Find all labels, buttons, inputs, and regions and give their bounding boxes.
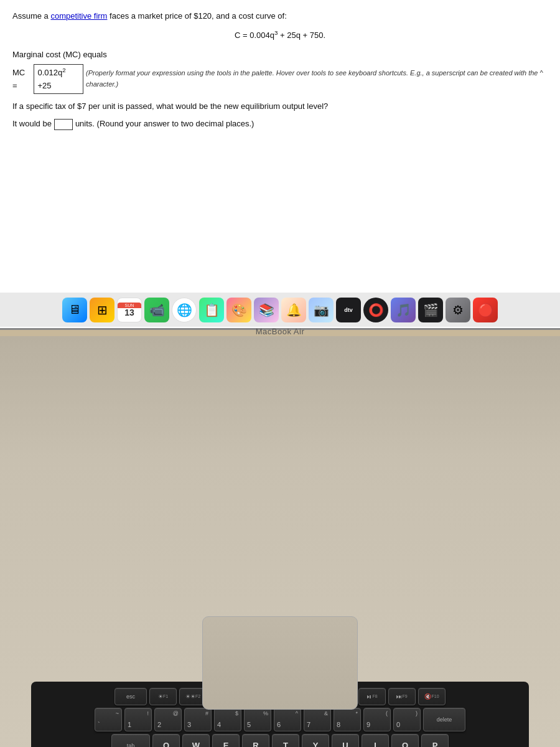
key-5[interactable]: %5 xyxy=(244,708,271,731)
dock-app8[interactable]: 🎬 xyxy=(418,298,443,322)
tax-question: If a specific tax of $7 per unit is pass… xyxy=(12,100,548,113)
key-y[interactable]: Y xyxy=(302,734,329,747)
key-tab[interactable]: tab xyxy=(111,734,150,747)
cost-equation: C = 0.004q3 + 25q + 750. xyxy=(12,28,548,42)
key-8[interactable]: *8 xyxy=(334,708,361,731)
mc-prefix: MC = xyxy=(12,67,31,93)
key-2[interactable]: @2 xyxy=(154,708,182,731)
key-9[interactable]: (9 xyxy=(363,708,391,731)
key-0[interactable]: )0 xyxy=(393,708,421,731)
dock-apple-tv[interactable]: dtv xyxy=(336,298,361,322)
dock-app5[interactable]: 📷 xyxy=(309,298,334,322)
answer-prefix: It would be xyxy=(12,118,52,131)
key-t[interactable]: T xyxy=(272,734,299,747)
dock-app4[interactable]: 🔔 xyxy=(281,298,306,322)
key-3[interactable]: #3 xyxy=(184,708,212,731)
key-delete[interactable]: delete xyxy=(423,708,465,731)
key-esc[interactable]: esc xyxy=(114,688,147,705)
key-f8[interactable]: ⏯F8 xyxy=(358,688,386,705)
key-tilde[interactable]: ~` xyxy=(95,708,122,731)
problem-title: Assume a competitive firm faces a market… xyxy=(12,10,548,23)
key-w[interactable]: W xyxy=(182,734,210,747)
screen-content: Assume a competitive firm faces a market… xyxy=(0,0,560,141)
qwerty-key-row: tab Q W E R T Y U I O P xyxy=(36,734,524,747)
key-i[interactable]: I xyxy=(362,734,389,747)
dock-app3[interactable]: 📚 xyxy=(254,298,279,322)
trackpad[interactable] xyxy=(202,616,358,710)
dock-app9[interactable]: ⚙ xyxy=(446,298,470,322)
dock-app10[interactable]: 🔴 xyxy=(473,298,498,322)
mc-expression-line: MC = 0.012q2 +25 (Properly format your e… xyxy=(12,64,548,94)
answer-suffix: units. (Round your answer to two decimal… xyxy=(75,118,254,131)
key-e[interactable]: E xyxy=(212,734,240,747)
competitive-firm-link[interactable]: competitive firm xyxy=(50,11,107,21)
key-4[interactable]: $4 xyxy=(214,708,241,731)
mc-value-box: 0.012q2 +25 xyxy=(34,64,84,94)
dock-app1[interactable]: 📋 xyxy=(199,298,224,322)
laptop-screen: Assume a competitive firm faces a market… xyxy=(0,0,560,330)
key-1[interactable]: !1 xyxy=(124,708,152,731)
dock-finder[interactable]: 🖥 xyxy=(62,298,87,322)
dock-launchpad[interactable]: ⊞ xyxy=(90,298,114,322)
mc-label: Marginal cost (MC) equals xyxy=(12,49,548,62)
macos-dock: 🖥 ⊞ SUN 13 📹 🌐 📋 🎨 📚 🔔 📷 dtv ⭕ 🎵 🎬 ⚙ 🔴 xyxy=(0,293,560,327)
dock-chrome[interactable]: 🌐 xyxy=(172,298,197,322)
key-q[interactable]: Q xyxy=(152,734,180,747)
key-u[interactable]: U xyxy=(332,734,359,747)
dock-facetime[interactable]: 📹 xyxy=(144,298,169,322)
macbook-label: MacBook Air xyxy=(256,327,304,336)
answer-line: It would be units. (Round your answer to… xyxy=(12,118,548,131)
number-key-row: ~` !1 @2 #3 $4 %5 ^6 &7 *8 (9 )0 delete xyxy=(36,708,524,731)
mc-note: (Properly format your expression using t… xyxy=(86,68,548,90)
dock-app2[interactable]: 🎨 xyxy=(226,298,251,322)
dock-app6[interactable]: ⭕ xyxy=(363,298,388,322)
key-o[interactable]: O xyxy=(391,734,419,747)
key-6[interactable]: ^6 xyxy=(274,708,301,731)
dock-calendar[interactable]: SUN 13 xyxy=(117,298,142,322)
key-f10[interactable]: 🔇F10 xyxy=(418,688,446,705)
dock-app7[interactable]: 🎵 xyxy=(391,298,416,322)
key-r[interactable]: R xyxy=(242,734,269,747)
key-p[interactable]: P xyxy=(421,734,449,747)
laptop-body: esc ☀F1 ☀☀F2 ⊞F3 🔍F4 🎤F5 🌙F6 ⏮F7 ⏯F8 ⏭F9… xyxy=(0,336,560,747)
key-7[interactable]: &7 xyxy=(304,708,331,731)
key-f9[interactable]: ⏭F9 xyxy=(388,688,416,705)
answer-input-box[interactable] xyxy=(54,119,73,130)
key-f1[interactable]: ☀F1 xyxy=(149,688,177,705)
